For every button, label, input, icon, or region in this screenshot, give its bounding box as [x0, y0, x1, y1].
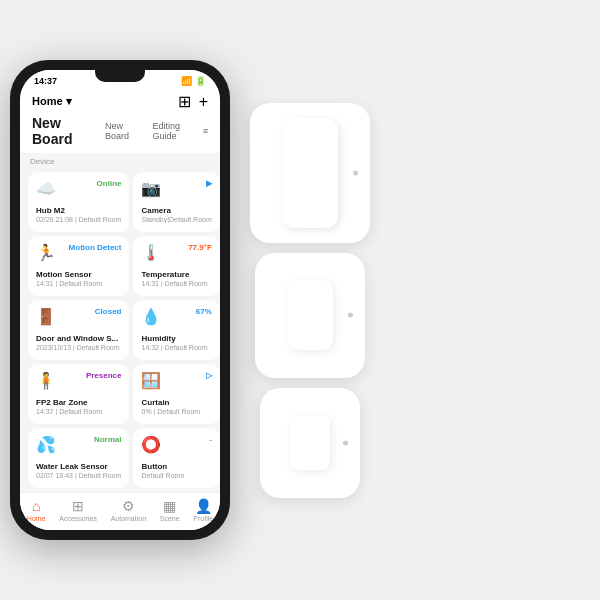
card-icon-presence: 🧍 — [36, 371, 56, 390]
card-door[interactable]: Closed 🚪 Door and Window S... 2023/10/13… — [28, 300, 129, 360]
card-icon-hub: ☁️ — [36, 179, 56, 198]
card-title-temp: Temperature — [141, 270, 211, 279]
card-icon-curtain: 🪟 — [141, 371, 161, 390]
card-icon-humidity: 💧 — [141, 307, 161, 326]
card-sub-curtain: 0% | Default Room — [141, 408, 211, 415]
card-title-curtain: Curtain — [141, 398, 211, 407]
device-widget-1 — [250, 103, 370, 243]
card-waterleak[interactable]: Normal 💦 Water Leak Sensor 02/07 18:43 |… — [28, 428, 129, 488]
app-header: Home ▾ ⊞ + New Board New Board Editing G… — [20, 88, 220, 153]
card-sub-motion: 14:31 | Default Room — [36, 280, 121, 287]
sensor-dot-3 — [343, 440, 348, 445]
nav-item-accessories[interactable]: ⊞ Accessories — [59, 498, 97, 522]
notch — [95, 70, 145, 82]
nav-label-profile: Profile — [193, 515, 213, 522]
card-sub-button: Default Room — [141, 472, 211, 479]
card-title-door: Door and Window S... — [36, 334, 121, 343]
card-sub-waterleak: 02/07 18:43 | Default Room — [36, 472, 121, 479]
card-sub-humidity: 14:32 | Default Room — [141, 344, 211, 351]
card-camera[interactable]: ▶ 📷 Camera Standby|Default Room — [133, 172, 219, 232]
card-icon-button: ⭕ — [141, 435, 161, 454]
card-icon-camera: 📷 — [141, 179, 161, 198]
card-title-presence: FP2 Bar Zone — [36, 398, 121, 407]
card-sub-hub: 02/28 21:08 | Default Room — [36, 216, 121, 223]
add-icon[interactable]: + — [199, 93, 208, 111]
status-icons: 📶 🔋 — [181, 76, 206, 86]
card-icon-waterleak: 💦 — [36, 435, 56, 454]
nav-label-scene: Scene — [160, 515, 180, 522]
home-label[interactable]: Home ▾ — [32, 95, 72, 108]
sensor-medium — [288, 280, 333, 350]
card-sub-camera: Standby|Default Room — [141, 216, 211, 223]
card-hub[interactable]: Online ☁️ Hub M2 02/28 21:08 | Default R… — [28, 172, 129, 232]
battery-icon: 🔋 — [195, 76, 206, 86]
board-tab[interactable]: New Board — [105, 121, 145, 141]
editing-guide[interactable]: Editing Guide ≡ — [153, 121, 208, 141]
sensor-large — [283, 118, 338, 228]
bottom-nav: ⌂ Home ⊞ Accessories ⚙ Automation ▦ Scen… — [20, 492, 220, 530]
card-title-hub: Hub M2 — [36, 206, 121, 215]
sensor-small — [290, 415, 330, 470]
nav-icon-profile: 👤 — [195, 498, 212, 514]
nav-label-home: Home — [27, 515, 46, 522]
card-button[interactable]: - ⭕ Button Default Room — [133, 428, 219, 488]
card-title-camera: Camera — [141, 206, 211, 215]
device-widget-2 — [255, 253, 365, 378]
device-widget-3 — [260, 388, 360, 498]
nav-item-automation[interactable]: ⚙ Automation — [111, 498, 146, 522]
header-top: Home ▾ ⊞ + — [32, 92, 208, 111]
card-title-button: Button — [141, 462, 211, 471]
sensor-dot-1 — [353, 170, 358, 175]
nav-icon-home: ⌂ — [32, 498, 40, 514]
card-icon-temp: 🌡️ — [141, 243, 161, 262]
card-curtain[interactable]: ▷ 🪟 Curtain 0% | Default Room — [133, 364, 219, 424]
nav-label-accessories: Accessories — [59, 515, 97, 522]
card-humidity[interactable]: 67% 💧 Humidity 14:32 | Default Room — [133, 300, 219, 360]
time: 14:37 — [34, 76, 57, 86]
scene: 14:37 📶 🔋 Home ▾ ⊞ + New Board New — [10, 60, 590, 540]
board-title: New Board — [32, 115, 97, 147]
card-sub-temp: 14:31 | Default Room — [141, 280, 211, 287]
devices-column — [250, 103, 370, 498]
wifi-icon: 📶 — [181, 76, 192, 86]
nav-item-scene[interactable]: ▦ Scene — [160, 498, 180, 522]
nav-label-automation: Automation — [111, 515, 146, 522]
card-icon-motion: 🏃 — [36, 243, 56, 262]
nav-icon-accessories: ⊞ — [72, 498, 84, 514]
card-temp[interactable]: 77.9°F 🌡️ Temperature 14:31 | Default Ro… — [133, 236, 219, 296]
card-sub-presence: 14:37 | Default Room — [36, 408, 121, 415]
apps-icon[interactable]: ⊞ — [178, 92, 191, 111]
sensor-dot-2 — [348, 313, 353, 318]
nav-icon-scene: ▦ — [163, 498, 176, 514]
device-grid: Online ☁️ Hub M2 02/28 21:08 | Default R… — [20, 168, 220, 492]
card-sub-door: 2023/10/13 | Default Room — [36, 344, 121, 351]
device-section-label: Device — [20, 153, 220, 168]
nav-icon-automation: ⚙ — [122, 498, 135, 514]
card-motion[interactable]: Motion Detect 🏃 Motion Sensor 14:31 | De… — [28, 236, 129, 296]
phone: 14:37 📶 🔋 Home ▾ ⊞ + New Board New — [10, 60, 230, 540]
card-presence[interactable]: Presence 🧍 FP2 Bar Zone 14:37 | Default … — [28, 364, 129, 424]
nav-item-home[interactable]: ⌂ Home — [27, 498, 46, 522]
card-title-motion: Motion Sensor — [36, 270, 121, 279]
header-icons: ⊞ + — [178, 92, 208, 111]
nav-item-profile[interactable]: 👤 Profile — [193, 498, 213, 522]
card-title-humidity: Humidity — [141, 334, 211, 343]
phone-screen: 14:37 📶 🔋 Home ▾ ⊞ + New Board New — [20, 70, 220, 530]
board-title-row: New Board New Board Editing Guide ≡ — [32, 115, 208, 147]
card-icon-door: 🚪 — [36, 307, 56, 326]
card-title-waterleak: Water Leak Sensor — [36, 462, 121, 471]
